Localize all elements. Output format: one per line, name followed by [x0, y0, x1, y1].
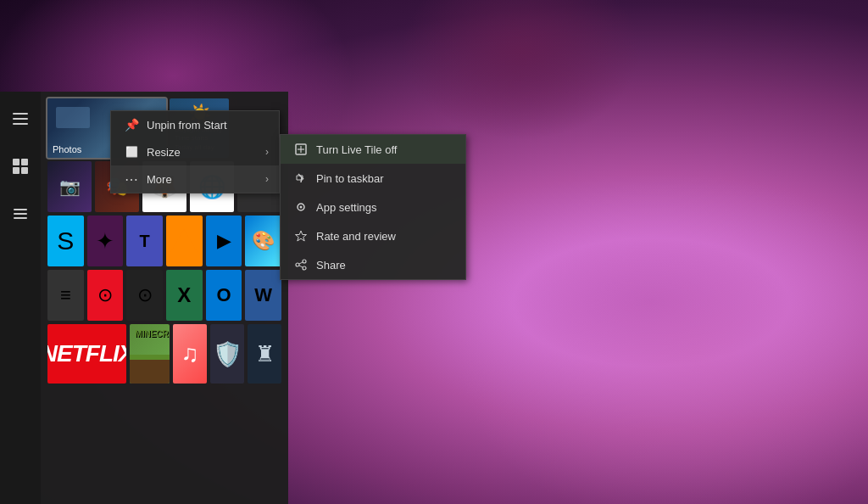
- svg-point-8: [296, 263, 299, 266]
- submenu-rate-and-review[interactable]: Rate and review: [281, 221, 465, 250]
- minecraft-grass: [130, 355, 170, 360]
- groove-icon: ⊙: [97, 284, 113, 306]
- rate-review-label: Rate and review: [316, 230, 396, 243]
- more-arrow-icon: ›: [265, 173, 269, 185]
- share-icon: [294, 258, 308, 272]
- movies-icon: ▶: [217, 230, 231, 252]
- hamburger-icon: [13, 113, 28, 125]
- teams-icon: T: [140, 232, 150, 251]
- start-sidebar: [0, 92, 41, 504]
- tile-groove[interactable]: ⊙: [87, 270, 124, 321]
- tile-row-3: S ✦ T ▶ 🎨: [47, 216, 281, 266]
- pin-taskbar-label: Pin to taskbar: [316, 172, 384, 185]
- excel-icon: X: [177, 283, 191, 307]
- minecraft-label: MINECRAFT: [135, 329, 170, 339]
- svg-line-11: [299, 266, 303, 267]
- resize-label: Resize: [147, 146, 181, 159]
- skype-icon: S: [57, 227, 74, 255]
- tile-skype[interactable]: S: [47, 216, 84, 266]
- share-label: Share: [316, 259, 346, 272]
- resize-arrow-icon: ›: [265, 146, 269, 158]
- more-label: More: [147, 173, 172, 186]
- app-settings-icon: [294, 200, 308, 214]
- tile-row-4: ≡ ⊙ ⊙ X O W: [47, 270, 281, 321]
- svg-marker-6: [296, 231, 307, 241]
- hamburger-menu-icon[interactable]: [0, 98, 41, 139]
- tile-excel[interactable]: X: [166, 270, 203, 321]
- list-icon: [14, 209, 27, 219]
- minecraft-dirt: [130, 360, 170, 384]
- paint3d-icon: 🎨: [252, 230, 275, 252]
- submenu-turn-live-tile-off[interactable]: Turn Live Tile off: [281, 135, 465, 164]
- submenu-share[interactable]: Share: [281, 250, 465, 279]
- slack-icon: ✦: [96, 228, 114, 255]
- tile-affinity[interactable]: 📷: [47, 161, 92, 212]
- tile-netflix[interactable]: NETFLIX: [47, 324, 126, 384]
- submenu-pin-to-taskbar[interactable]: Pin to taskbar: [281, 164, 465, 193]
- tile-misc[interactable]: 🛡️: [210, 324, 244, 384]
- misc-icon: 🛡️: [213, 340, 242, 368]
- svg-point-7: [303, 260, 306, 263]
- tile-slack[interactable]: ✦: [87, 216, 124, 266]
- tile-minecraft[interactable]: MINECRAFT: [130, 324, 170, 384]
- rate-review-icon: [294, 229, 308, 243]
- itunes-icon: ♫: [181, 340, 199, 367]
- context-menu: 📌 Unpin from Start ⬜ Resize › ⋯ More ›: [110, 110, 280, 193]
- app-settings-label: App settings: [316, 201, 377, 214]
- calculator-icon: ≡: [60, 284, 71, 306]
- resize-item[interactable]: ⬜ Resize ›: [111, 138, 279, 165]
- tile-word[interactable]: W: [245, 270, 281, 321]
- turn-live-tile-off-label: Turn Live Tile off: [316, 143, 397, 156]
- submenu-app-settings[interactable]: App settings: [281, 193, 465, 221]
- start-grid-icon[interactable]: [0, 146, 41, 187]
- netflix-label: NETFLIX: [47, 340, 126, 367]
- tile-paint3d[interactable]: 🎨: [245, 216, 281, 266]
- grid-icon: [13, 159, 28, 174]
- tile-calculator[interactable]: ≡: [47, 270, 84, 321]
- steam-icon: ♜: [255, 341, 275, 367]
- svg-point-9: [303, 266, 306, 270]
- all-apps-icon[interactable]: [0, 193, 41, 234]
- submenu-more: Turn Live Tile off Pin to taskbar App se…: [280, 134, 466, 280]
- outlook-icon: O: [216, 284, 231, 306]
- svg-point-5: [300, 206, 303, 209]
- camera-icon: ⊙: [137, 284, 153, 306]
- word-icon: W: [254, 284, 272, 306]
- affinity-icon: 📷: [59, 176, 81, 197]
- unpin-from-start-item[interactable]: 📌 Unpin from Start: [111, 111, 279, 138]
- tile-teams[interactable]: T: [126, 216, 163, 266]
- tile-itunes[interactable]: ♫: [173, 324, 207, 384]
- tile-vlc[interactable]: [166, 216, 203, 266]
- tile-row-5: NETFLIX MINECRAFT ♫ 🛡️ ♜: [47, 324, 281, 384]
- svg-line-10: [299, 262, 303, 264]
- unpin-icon: 📌: [125, 118, 138, 132]
- tile-camera[interactable]: ⊙: [126, 270, 163, 321]
- pin-taskbar-icon: [294, 171, 308, 185]
- tile-outlook[interactable]: O: [206, 270, 242, 321]
- unpin-label: Unpin from Start: [147, 119, 227, 132]
- resize-icon: ⬜: [125, 145, 138, 159]
- more-icon: ⋯: [125, 172, 138, 186]
- tile-movies[interactable]: ▶: [206, 216, 242, 266]
- more-item[interactable]: ⋯ More ›: [111, 165, 279, 193]
- tile-steam[interactable]: ♜: [248, 324, 281, 384]
- vlc-cone-icon: [170, 229, 198, 253]
- photos-tile-label: Photos: [53, 144, 81, 154]
- live-tile-icon: [294, 143, 308, 156]
